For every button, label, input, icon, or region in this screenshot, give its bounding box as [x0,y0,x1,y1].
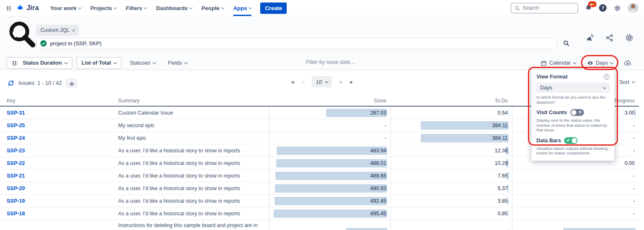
issue-key[interactable]: SSP-25 [0,123,111,128]
table-row: SSP-18 As a user, I'd like a historical … [0,207,639,220]
done-duration-cell: 180.55 [269,220,391,230]
help-question-icon[interactable] [604,74,610,80]
todo-duration-cell: 3.85 [391,195,512,207]
nav-dashboards[interactable]: Dashboards [152,0,196,16]
todo-duration-cell: 0.85 [391,207,512,220]
issue-key[interactable]: SSP-31 [0,110,111,116]
nav-your-work[interactable]: Your work [46,0,85,16]
report-settings-gear-icon[interactable] [625,33,634,42]
view-format-select[interactable]: Days [536,83,610,93]
todo-duration-cell: 12.36 [391,144,512,157]
chevron-down-icon [632,80,635,83]
global-search-input[interactable] [523,5,569,11]
issue-key[interactable]: SSP-23 [0,148,111,154]
in-progress-duration-cell: - [512,195,639,207]
nav-filters[interactable]: Filters [122,0,150,16]
settings-gear-icon[interactable] [613,4,621,12]
pagination-next-button[interactable]: > [339,79,343,85]
chevron-down-icon [221,5,224,9]
chevron-down-icon [573,60,576,64]
chevron-down-icon [189,5,193,9]
done-duration-cell: - [269,119,391,131]
done-duration-cell: 492.45 [269,195,391,207]
issue-summary: As a user, I'd like a historical story t… [111,208,269,219]
toggle-check-icon [566,139,570,142]
page-size-select[interactable]: 10 [312,76,332,87]
help-icon[interactable] [599,4,607,12]
issue-key[interactable]: SSP-18 [0,211,111,217]
in-progress-data-bar [635,109,636,117]
create-button[interactable]: Create [260,3,286,14]
query-valid-check-icon [40,40,47,47]
app-logo-magnifier-icon [7,19,39,51]
nav-apps[interactable]: Apps [230,0,256,16]
chevron-down-icon [603,85,606,89]
visit-counts-help: Display next to the status value, the nu… [536,118,610,133]
issue-key[interactable]: SSP-22 [0,160,111,166]
view-format-help: In which format do you want to see the d… [536,95,610,105]
global-search[interactable] [511,3,578,13]
issue-summary: My second epic [111,120,269,131]
done-duration-cell: 486.01 [269,157,391,169]
issue-date-filter-input[interactable] [306,59,390,65]
col-header-summary[interactable]: Summary [111,98,269,104]
view-format-menu[interactable]: Days [587,60,613,66]
done-duration-cell: 490.93 [269,182,391,194]
chevron-down-icon [113,60,117,64]
report-toolbar: Status Duration List of Total Statuses F… [0,55,644,71]
col-header-key[interactable]: Key [0,98,111,104]
pagination-last-button[interactable]: » [349,78,353,85]
jql-mode-button[interactable]: Custom JQL [36,25,79,36]
jira-logo[interactable]: Jira [16,4,39,13]
issue-key[interactable]: SSP-19 [0,198,111,204]
jira-mark-icon [16,4,24,13]
visit-counts-toggle[interactable] [570,109,584,116]
jql-query-input[interactable] [50,40,552,47]
announcement-megaphone-icon[interactable] [586,34,594,42]
fields-menu[interactable]: Fields [164,60,191,66]
search-icon [515,5,520,11]
data-bars-help: Visualize report outputs without drawing… [536,146,610,156]
pagination-prev-button[interactable]: < [302,79,305,85]
pagination-first-button[interactable]: « [291,78,295,85]
toggle-cross-icon [578,110,582,114]
calendar-icon [541,60,547,66]
app-switcher-icon[interactable] [6,5,11,11]
col-header-done[interactable]: Done [269,98,391,104]
report-type-button[interactable]: Status Duration [7,57,72,69]
chevron-down-icon [610,60,613,64]
col-header-todo[interactable]: To Do [391,98,512,104]
chevron-down-icon [113,5,117,9]
share-icon[interactable] [605,34,614,42]
run-query-search-icon[interactable] [563,40,570,47]
notifications-button[interactable]: 9+ [585,4,592,12]
done-duration-cell: 267.03 [269,107,391,119]
nav-projects[interactable]: Projects [87,0,120,16]
chevron-down-icon [78,5,82,9]
chart-view-button[interactable] [66,78,77,87]
done-duration-cell: 488.65 [269,170,391,182]
refresh-icon[interactable] [8,80,14,86]
data-bars-toggle[interactable] [564,137,578,144]
todo-duration-cell: 7.65 [391,170,512,182]
user-avatar[interactable] [628,3,638,13]
jql-query-box[interactable] [36,38,557,49]
todo-duration-cell: 0.54 [391,107,512,119]
data-bars-label: Data Bars [536,138,561,144]
issue-summary: As a user, I'd like a historical story t… [111,158,269,169]
issue-key[interactable]: SSP-20 [0,186,111,191]
sort-menu[interactable]: Sort [619,79,635,85]
table-row: SSP-20 As a user, I'd like a historical … [0,182,639,195]
nav-people[interactable]: People [198,0,228,16]
calendar-menu[interactable]: Calendar [541,60,576,66]
view-mode-button[interactable]: List of Total [77,57,121,69]
done-duration-cell: 483.94 [269,144,391,157]
issue-key[interactable]: SSP-24 [0,135,111,141]
issue-key[interactable]: SSP-21 [0,173,111,179]
export-cloud-download-icon[interactable] [624,59,631,67]
issue-summary: As a user, I'd like a historical story t… [111,145,269,156]
statuses-menu[interactable]: Statuses [126,60,160,66]
todo-duration-cell: 5.37 [391,182,512,194]
top-navigation: Jira Your work Projects Filters Dashboar… [0,0,644,16]
chevron-down-icon [325,79,328,83]
